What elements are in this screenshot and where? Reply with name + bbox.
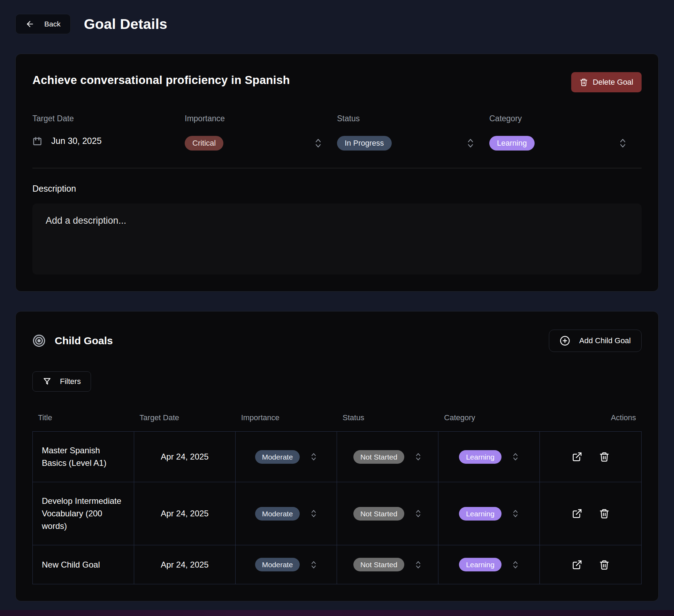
child-goal-status-select[interactable]: Not Started <box>337 545 438 584</box>
col-header-title: Title <box>32 409 134 431</box>
section-divider <box>32 168 642 168</box>
table-row: Master Spanish Basics (Level A1) Apr 24,… <box>33 432 641 482</box>
field-target-date: Target Date Jun 30, 2025 <box>32 114 185 151</box>
status-select[interactable]: In Progress <box>337 136 489 151</box>
goal-fields: Target Date Jun 30, 2025 Importance Crit… <box>32 114 642 151</box>
category-badge: Learning <box>459 558 501 571</box>
arrow-left-icon <box>25 20 35 29</box>
delete-goal-button[interactable]: Delete Goal <box>571 72 642 92</box>
child-goal-importance-select[interactable]: Moderate <box>236 545 337 584</box>
child-goal-target-date: Apr 24, 2025 <box>134 545 236 584</box>
calendar-icon <box>32 136 42 146</box>
target-date-value: Jun 30, 2025 <box>51 136 102 146</box>
importance-label: Importance <box>185 114 337 123</box>
bottom-accent-strip <box>0 610 674 616</box>
delete-child-goal-button[interactable] <box>599 508 610 519</box>
category-label: Category <box>489 114 642 123</box>
child-goals-table: Title Target Date Importance Status Cate… <box>32 409 642 584</box>
goal-title: Achieve conversational proficiency in Sp… <box>32 72 290 87</box>
funnel-icon <box>43 377 52 386</box>
chevrons-up-down-icon[interactable] <box>512 451 519 462</box>
open-child-goal-button[interactable] <box>572 452 582 462</box>
importance-select[interactable]: Critical <box>185 136 337 151</box>
child-goal-importance-select[interactable]: Moderate <box>236 432 337 482</box>
back-button[interactable]: Back <box>15 14 71 34</box>
child-goal-title: Develop Intermediate Vocabulary (200 wor… <box>33 482 134 545</box>
child-goal-category-select[interactable]: Learning <box>438 482 540 545</box>
description-input[interactable] <box>32 203 642 275</box>
open-child-goal-button[interactable] <box>572 560 582 570</box>
chevrons-up-down-icon[interactable] <box>466 137 475 149</box>
target-icon <box>32 334 46 347</box>
chevrons-up-down-icon[interactable] <box>619 137 627 149</box>
target-date-label: Target Date <box>32 114 185 123</box>
child-goal-actions <box>540 482 641 545</box>
child-goals-card: Child Goals Add Child Goal Filters Title… <box>15 311 659 601</box>
col-header-target-date: Target Date <box>134 409 235 431</box>
child-goal-category-select[interactable]: Learning <box>438 432 540 482</box>
child-goal-target-date: Apr 24, 2025 <box>134 482 236 545</box>
col-header-status: Status <box>337 409 438 431</box>
col-header-actions: Actions <box>540 409 642 431</box>
child-goal-title: New Child Goal <box>33 545 134 584</box>
target-date-picker[interactable]: Jun 30, 2025 <box>32 136 102 146</box>
child-goal-status-select[interactable]: Not Started <box>337 482 438 545</box>
col-header-importance: Importance <box>236 409 337 431</box>
add-child-goal-label: Add Child Goal <box>579 336 631 345</box>
filters-label: Filters <box>60 377 81 386</box>
category-badge: Learning <box>459 507 501 521</box>
chevrons-up-down-icon[interactable] <box>314 137 322 149</box>
chevrons-up-down-icon[interactable] <box>310 559 317 570</box>
child-goal-status-select[interactable]: Not Started <box>337 432 438 482</box>
goal-details-card: Achieve conversational proficiency in Sp… <box>15 54 659 292</box>
child-goal-title: Master Spanish Basics (Level A1) <box>33 432 134 482</box>
status-badge: Not Started <box>353 450 404 464</box>
importance-badge: Moderate <box>255 450 300 464</box>
field-importance: Importance Critical <box>185 114 337 151</box>
open-child-goal-button[interactable] <box>572 508 582 519</box>
importance-badge: Moderate <box>255 558 300 571</box>
chevrons-up-down-icon[interactable] <box>415 559 422 570</box>
delete-child-goal-button[interactable] <box>599 452 610 462</box>
table-header-row: Title Target Date Importance Status Cate… <box>32 409 642 431</box>
delete-child-goal-button[interactable] <box>599 560 610 570</box>
back-button-label: Back <box>44 20 61 28</box>
trash-icon <box>599 560 610 570</box>
importance-badge: Critical <box>185 136 223 151</box>
chevrons-up-down-icon[interactable] <box>415 451 422 462</box>
trash-icon <box>599 452 610 462</box>
col-header-category: Category <box>438 409 540 431</box>
page-title: Goal Details <box>84 16 167 32</box>
trash-icon <box>599 508 610 519</box>
table-row: New Child Goal Apr 24, 2025 Moderate Not… <box>33 545 641 584</box>
child-goal-target-date: Apr 24, 2025 <box>134 432 236 482</box>
child-goals-heading: Child Goals <box>55 335 113 347</box>
chevrons-up-down-icon[interactable] <box>310 451 317 462</box>
external-link-icon <box>572 452 582 462</box>
external-link-icon <box>572 560 582 570</box>
chevrons-up-down-icon[interactable] <box>310 508 317 519</box>
category-badge: Learning <box>459 450 501 464</box>
table-row: Develop Intermediate Vocabulary (200 wor… <box>33 482 641 545</box>
external-link-icon <box>572 508 582 519</box>
chevrons-up-down-icon[interactable] <box>512 559 519 570</box>
table-body: Master Spanish Basics (Level A1) Apr 24,… <box>32 431 642 584</box>
child-goal-actions <box>540 432 641 482</box>
delete-goal-label: Delete Goal <box>593 78 633 87</box>
category-badge: Learning <box>489 136 535 151</box>
trash-icon <box>580 78 588 86</box>
filters-button[interactable]: Filters <box>32 371 91 392</box>
category-select[interactable]: Learning <box>489 136 642 151</box>
child-goal-importance-select[interactable]: Moderate <box>236 482 337 545</box>
status-badge: Not Started <box>353 507 404 521</box>
chevrons-up-down-icon[interactable] <box>512 508 519 519</box>
description-label: Description <box>32 184 642 194</box>
page-header: Back Goal Details <box>0 0 674 34</box>
field-category: Category Learning <box>489 114 642 151</box>
status-label: Status <box>337 114 489 123</box>
add-child-goal-button[interactable]: Add Child Goal <box>549 330 642 352</box>
chevrons-up-down-icon[interactable] <box>415 508 422 519</box>
field-status: Status In Progress <box>337 114 489 151</box>
child-goal-category-select[interactable]: Learning <box>438 545 540 584</box>
importance-badge: Moderate <box>255 507 300 521</box>
